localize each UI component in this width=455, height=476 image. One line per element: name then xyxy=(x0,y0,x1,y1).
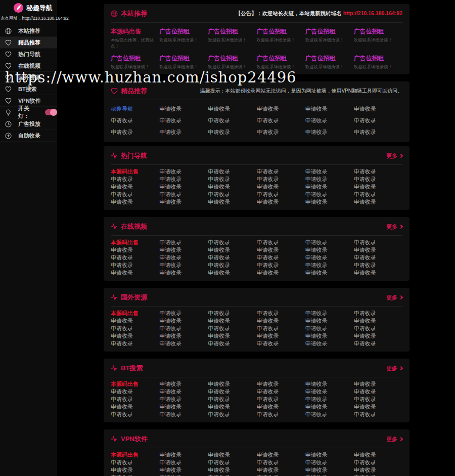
source-sale-link[interactable]: 本源码出售 xyxy=(111,380,159,388)
apply-inclusion-link[interactable]: 申请收录 xyxy=(159,254,208,262)
ad-slot-link[interactable]: 广告位招租 xyxy=(159,27,208,36)
apply-inclusion-link[interactable]: 申请收录 xyxy=(354,239,402,246)
ad-slot-link[interactable]: 广告位招租 xyxy=(208,54,256,63)
apply-inclusion-link[interactable]: 申请收录 xyxy=(256,115,305,126)
apply-inclusion-link[interactable]: 申请收录 xyxy=(256,191,305,198)
source-sale-link[interactable]: 本源码出售 xyxy=(111,239,159,246)
source-sale-link[interactable]: 本源码出售 xyxy=(111,27,159,36)
apply-inclusion-link[interactable]: 申请收录 xyxy=(305,176,354,183)
apply-inclusion-link[interactable]: 申请收录 xyxy=(305,403,354,411)
apply-inclusion-link[interactable]: 申请收录 xyxy=(208,325,256,332)
apply-inclusion-link[interactable]: 申请收录 xyxy=(159,176,208,183)
apply-inclusion-link[interactable]: 申请收录 xyxy=(208,403,256,411)
apply-inclusion-link[interactable]: 申请收录 xyxy=(208,380,256,388)
apply-inclusion-link[interactable]: 申请收录 xyxy=(159,115,208,126)
apply-inclusion-link[interactable]: 申请收录 xyxy=(305,191,354,198)
apply-inclusion-link[interactable]: 申请收录 xyxy=(305,388,354,396)
apply-inclusion-link[interactable]: 申请收录 xyxy=(159,340,208,348)
apply-inclusion-link[interactable]: 申请收录 xyxy=(354,103,402,115)
apply-inclusion-link[interactable]: 申请收录 xyxy=(159,325,208,332)
source-sale-link[interactable]: 本源码出售 xyxy=(111,310,159,317)
sidebar-item-广告投放[interactable]: 广告投放 xyxy=(0,118,57,130)
apply-inclusion-link[interactable]: 申请收录 xyxy=(354,310,402,317)
apply-inclusion-link[interactable]: 申请收录 xyxy=(305,126,354,138)
sidebar-item-热门导航[interactable]: 热门导航 xyxy=(0,49,57,60)
apply-inclusion-link[interactable]: 申请收录 xyxy=(159,183,208,191)
apply-inclusion-link[interactable]: 申请收录 xyxy=(159,198,208,206)
apply-inclusion-link[interactable]: 申请收录 xyxy=(111,403,159,411)
apply-inclusion-link[interactable]: 申请收录 xyxy=(305,115,354,126)
apply-inclusion-link[interactable]: 申请收录 xyxy=(354,403,402,411)
apply-inclusion-link[interactable]: 申请收录 xyxy=(111,269,159,277)
apply-inclusion-link[interactable]: 申请收录 xyxy=(208,262,256,269)
apply-inclusion-link[interactable]: 申请收录 xyxy=(208,198,256,206)
apply-inclusion-link[interactable]: 申请收录 xyxy=(256,126,305,138)
apply-inclusion-link[interactable]: 申请收录 xyxy=(354,396,402,403)
apply-inclusion-link[interactable]: 申请收录 xyxy=(256,325,305,332)
apply-inclusion-link[interactable]: 申请收录 xyxy=(354,332,402,340)
sidebar-item-国外资源[interactable]: 国外资源 xyxy=(0,72,57,83)
apply-inclusion-link[interactable]: 申请收录 xyxy=(111,183,159,191)
apply-inclusion-link[interactable]: 申请收录 xyxy=(305,411,354,418)
sidebar-item-BT搜索[interactable]: BT搜索 xyxy=(0,83,57,95)
apply-inclusion-link[interactable]: 申请收录 xyxy=(256,459,305,466)
apply-inclusion-link[interactable]: 申请收录 xyxy=(354,388,402,396)
ad-slot-link[interactable]: 广告位招租 xyxy=(256,54,305,63)
apply-inclusion-link[interactable]: 申请收录 xyxy=(354,411,402,418)
apply-inclusion-link[interactable]: 申请收录 xyxy=(111,466,159,474)
apply-inclusion-link[interactable]: 申请收录 xyxy=(208,411,256,418)
apply-inclusion-link[interactable]: 申请收录 xyxy=(208,126,256,138)
apply-inclusion-link[interactable]: 申请收录 xyxy=(305,325,354,332)
apply-inclusion-link[interactable]: 申请收录 xyxy=(208,466,256,474)
apply-inclusion-link[interactable]: 申请收录 xyxy=(159,126,208,138)
apply-inclusion-link[interactable]: 申请收录 xyxy=(305,239,354,246)
apply-inclusion-link[interactable]: 申请收录 xyxy=(208,340,256,348)
ad-slot-link[interactable]: 广告位招租 xyxy=(354,54,402,63)
apply-inclusion-link[interactable]: 申请收录 xyxy=(305,396,354,403)
apply-inclusion-link[interactable]: 申请收录 xyxy=(305,474,354,476)
apply-inclusion-link[interactable]: 申请收录 xyxy=(256,183,305,191)
apply-inclusion-link[interactable]: 申请收录 xyxy=(208,191,256,198)
apply-inclusion-link[interactable]: 申请收录 xyxy=(305,183,354,191)
more-link[interactable]: 更多 xyxy=(386,152,402,160)
apply-inclusion-link[interactable]: 申请收录 xyxy=(256,198,305,206)
apply-inclusion-link[interactable]: 申请收录 xyxy=(159,332,208,340)
apply-inclusion-link[interactable]: 申请收录 xyxy=(159,262,208,269)
apply-inclusion-link[interactable]: 申请收录 xyxy=(111,474,159,476)
apply-inclusion-link[interactable]: 申请收录 xyxy=(354,466,402,474)
ad-slot-link[interactable]: 广告位招租 xyxy=(305,27,354,36)
apply-inclusion-link[interactable]: 申请收录 xyxy=(208,451,256,459)
apply-inclusion-link[interactable]: 申请收录 xyxy=(354,262,402,269)
apply-inclusion-link[interactable]: 申请收录 xyxy=(256,239,305,246)
featured-site-link[interactable]: 秘趣导航 xyxy=(111,103,159,115)
apply-inclusion-link[interactable]: 申请收录 xyxy=(159,396,208,403)
apply-inclusion-link[interactable]: 申请收录 xyxy=(111,459,159,466)
sidebar-item-精品推荐[interactable]: 精品推荐 xyxy=(0,37,57,49)
apply-inclusion-link[interactable]: 申请收录 xyxy=(208,183,256,191)
apply-inclusion-link[interactable]: 申请收录 xyxy=(256,103,305,115)
apply-inclusion-link[interactable]: 申请收录 xyxy=(256,388,305,396)
apply-inclusion-link[interactable]: 申请收录 xyxy=(208,459,256,466)
ad-slot-link[interactable]: 广告位招租 xyxy=(111,54,159,63)
apply-inclusion-link[interactable]: 申请收录 xyxy=(111,176,159,183)
apply-inclusion-link[interactable]: 申请收录 xyxy=(256,396,305,403)
apply-inclusion-link[interactable]: 申请收录 xyxy=(208,388,256,396)
apply-inclusion-link[interactable]: 申请收录 xyxy=(208,176,256,183)
apply-inclusion-link[interactable]: 申请收录 xyxy=(111,191,159,198)
apply-inclusion-link[interactable]: 申请收录 xyxy=(354,168,402,176)
apply-inclusion-link[interactable]: 申请收录 xyxy=(111,340,159,348)
apply-inclusion-link[interactable]: 申请收录 xyxy=(354,126,402,138)
apply-inclusion-link[interactable]: 申请收录 xyxy=(256,380,305,388)
apply-inclusion-link[interactable]: 申请收录 xyxy=(159,317,208,325)
apply-inclusion-link[interactable]: 申请收录 xyxy=(208,168,256,176)
apply-inclusion-link[interactable]: 申请收录 xyxy=(305,254,354,262)
apply-inclusion-link[interactable]: 申请收录 xyxy=(159,474,208,476)
more-link[interactable]: 更多 xyxy=(386,223,402,231)
more-link[interactable]: 更多 xyxy=(386,365,402,372)
apply-inclusion-link[interactable]: 申请收录 xyxy=(111,317,159,325)
apply-inclusion-link[interactable]: 申请收录 xyxy=(256,411,305,418)
ad-slot-link[interactable]: 广告位招租 xyxy=(305,54,354,63)
light-toggle[interactable] xyxy=(45,109,57,115)
apply-inclusion-link[interactable]: 申请收录 xyxy=(159,466,208,474)
apply-inclusion-link[interactable]: 申请收录 xyxy=(305,262,354,269)
